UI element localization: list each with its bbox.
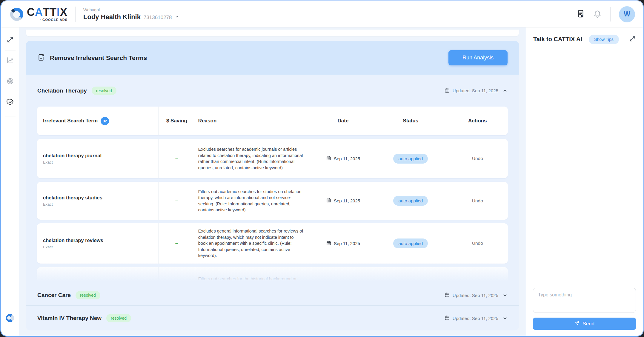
match-type: Exact xyxy=(43,160,155,164)
run-analysis-button[interactable]: Run Analysis xyxy=(448,50,508,65)
account-name: Lody Health Klinik xyxy=(83,13,141,21)
billing-invoice-icon: $ xyxy=(576,9,585,19)
search-term: chelation therapy journal xyxy=(43,153,155,159)
notifications-button[interactable] xyxy=(593,9,602,19)
date-cell: Sep 11, 2025 xyxy=(312,182,374,220)
calendar-icon xyxy=(444,315,450,321)
date-value: Sep 11, 2025 xyxy=(334,156,360,161)
actions-cell: Undo xyxy=(447,139,508,178)
status-badge-auto-applied: auto applied xyxy=(393,154,428,164)
calendar-icon xyxy=(326,285,331,285)
status-badge-resolved: resolved xyxy=(106,314,131,322)
section-header-cancer-care[interactable]: Cancer Care resolved Updated: Sep 11, 20… xyxy=(26,285,519,305)
status-badge-resolved: resolved xyxy=(76,291,100,299)
chat-input[interactable] xyxy=(533,288,636,313)
section-header-chelation-therapy[interactable]: Chelation Therapy resolved Updated: Sep … xyxy=(26,75,519,107)
saving-value: – xyxy=(175,198,178,204)
brand-letter: T xyxy=(43,7,50,18)
send-label: Send xyxy=(582,321,594,327)
column-header-date: Date xyxy=(312,107,374,135)
chevron-down-icon[interactable] xyxy=(502,293,508,298)
calendar-icon xyxy=(326,240,331,247)
brand-letter: A xyxy=(35,7,43,18)
undo-button[interactable]: Undo xyxy=(472,156,483,161)
brand-letter: T xyxy=(50,7,57,18)
sidebar-item-targeting[interactable] xyxy=(4,75,17,88)
search-term: chelation therapy history xyxy=(43,282,155,285)
term-cell: chelation therapy journal Exact xyxy=(37,139,159,178)
date-value: Sep 11, 2025 xyxy=(334,198,360,203)
billing-button[interactable]: $ xyxy=(576,9,585,19)
scrolled-card-remnant xyxy=(26,30,519,36)
brand-letter: I xyxy=(57,7,60,18)
status-cell: auto applied xyxy=(374,182,447,220)
brand-letter: C xyxy=(27,7,35,18)
sidebar-item-analytics[interactable] xyxy=(4,54,17,67)
saving-value: – xyxy=(175,240,178,247)
status-badge-resolved: resolved xyxy=(92,87,116,95)
term-cell: chelation therapy studies Exact xyxy=(37,182,159,220)
column-header-saving: $ Saving xyxy=(159,107,195,135)
banner-title: Remove Irrelevant Search Terms xyxy=(50,54,147,61)
column-header-status: Status xyxy=(374,107,447,135)
calendar-icon xyxy=(326,198,331,204)
column-header-reason: Reason xyxy=(195,107,312,135)
section-updated-label: Updated: Sep 11, 2025 xyxy=(453,316,498,321)
ai-panel-header: Talk to CATTIX AI Show Tips xyxy=(526,27,643,51)
target-icon xyxy=(6,77,14,86)
search-term: chelation therapy reviews xyxy=(43,238,155,243)
term-cell: chelation therapy history Exact xyxy=(37,267,159,285)
reason-cell: Excludes searches for academic journals … xyxy=(195,139,312,178)
match-type: Exact xyxy=(43,245,155,249)
brand-letter: X xyxy=(60,7,67,18)
avatar-initial: W xyxy=(624,10,630,18)
saving-cell: – xyxy=(159,139,195,178)
brand-name: CATTIX xyxy=(27,7,67,18)
saving-value: – xyxy=(175,156,178,162)
table-header-row: Irrelevant Search Term 32 $ Saving Reaso… xyxy=(37,107,508,135)
actions-cell: Undo xyxy=(447,223,508,264)
date-cell: Sep 11, 2025 xyxy=(312,139,374,178)
term-cell: chelation therapy reviews Exact xyxy=(37,223,159,264)
ai-chat-messages xyxy=(526,51,643,288)
avatar[interactable]: W xyxy=(619,6,635,22)
saving-value: – xyxy=(175,285,178,285)
sidebar-item-optimizations[interactable] xyxy=(4,96,17,109)
ai-panel-title: Talk to CATTIX AI xyxy=(533,36,582,43)
expand-panel-button[interactable] xyxy=(629,36,636,43)
header-divider xyxy=(610,7,611,21)
ai-chat-panel: Talk to CATTIX AI Show Tips xyxy=(526,27,643,336)
chevron-down-icon[interactable] xyxy=(502,316,508,321)
cattix-logo-small-icon xyxy=(6,314,14,322)
chevron-up-icon[interactable] xyxy=(502,88,508,93)
account-id: 7313610278 xyxy=(144,15,172,21)
header-divider xyxy=(75,7,76,22)
saving-cell: – xyxy=(159,267,195,285)
app-window: CATTIX · GOOGLE ADS Webugol Lody Health … xyxy=(0,0,644,337)
chevron-down-icon[interactable] xyxy=(175,14,179,20)
status-badge-auto-applied: auto applied xyxy=(393,196,428,206)
reason-cell: Excludes general informational searches … xyxy=(195,223,312,264)
status-cell: auto applied xyxy=(374,223,447,264)
section-name: Cancer Care xyxy=(37,292,71,298)
section-header-vitamin-iv-therapy[interactable]: Vitamin IV Therapy New resolved Updated:… xyxy=(26,306,519,330)
actions-cell: Undo xyxy=(447,267,508,285)
brand-subtitle: · GOOGLE ADS xyxy=(40,18,67,21)
date-cell: Sep 11, 2025 xyxy=(312,267,374,285)
date-cell: Sep 11, 2025 xyxy=(312,223,374,264)
table-rows: chelation therapy journal Exact – Exclud… xyxy=(37,139,508,285)
workspace-switcher[interactable]: Webugol Lody Health Klinik 7313610278 xyxy=(83,7,178,21)
expand-diagonal-icon xyxy=(7,36,14,44)
sidebar-item-expand[interactable] xyxy=(4,33,17,47)
cattix-logo-icon xyxy=(10,8,23,21)
show-tips-button[interactable]: Show Tips xyxy=(589,35,619,44)
undo-button[interactable]: Undo xyxy=(472,241,483,246)
status-cell: auto applied xyxy=(374,267,447,285)
term-count-badge: 32 xyxy=(101,117,109,125)
reason-cell: Filters out searches for the historical … xyxy=(195,267,312,285)
calendar-icon xyxy=(326,156,331,162)
calendar-icon xyxy=(444,292,450,298)
undo-button[interactable]: Undo xyxy=(472,198,483,204)
send-button[interactable]: Send xyxy=(533,318,636,330)
brand-logo: CATTIX · GOOGLE ADS xyxy=(10,7,67,21)
